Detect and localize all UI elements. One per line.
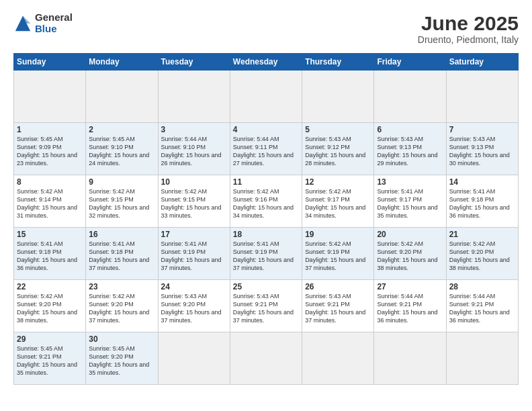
day-number: 1 [17,125,83,134]
table-row: 15Sunrise: 5:41 AMSunset: 9:18 PMDayligh… [14,228,86,280]
header: General Blue June 2025 Druento, Piedmont… [13,12,519,45]
day-info: Sunrise: 5:41 AMSunset: 9:18 PMDaylight:… [89,240,154,273]
header-monday: Monday [86,54,158,71]
table-row: 18Sunrise: 5:41 AMSunset: 9:19 PMDayligh… [230,228,302,280]
table-row: 29Sunrise: 5:45 AMSunset: 9:21 PMDayligh… [14,332,86,385]
table-row: 17Sunrise: 5:41 AMSunset: 9:19 PMDayligh… [158,228,230,280]
header-saturday: Saturday [446,54,518,71]
table-row: 4Sunrise: 5:44 AMSunset: 9:11 PMDaylight… [230,123,302,175]
table-row: 20Sunrise: 5:42 AMSunset: 9:20 PMDayligh… [374,228,446,280]
table-row: 1Sunrise: 5:45 AMSunset: 9:09 PMDaylight… [14,123,86,175]
table-row: 10Sunrise: 5:42 AMSunset: 9:15 PMDayligh… [158,175,230,228]
day-number: 27 [377,282,443,291]
header-tuesday: Tuesday [158,54,230,71]
header-wednesday: Wednesday [230,54,302,71]
calendar-week-row: 8Sunrise: 5:42 AMSunset: 9:14 PMDaylight… [14,175,519,228]
table-row: 8Sunrise: 5:42 AMSunset: 9:14 PMDaylight… [14,175,86,228]
table-row: 30Sunrise: 5:45 AMSunset: 9:20 PMDayligh… [86,332,158,385]
day-info: Sunrise: 5:42 AMSunset: 9:17 PMDaylight:… [305,187,371,220]
day-number: 11 [233,177,299,187]
table-row: 5Sunrise: 5:43 AMSunset: 9:12 PMDaylight… [302,123,374,175]
day-info: Sunrise: 5:42 AMSunset: 9:16 PMDaylight:… [233,187,299,220]
location: Druento, Piedmont, Italy [418,34,519,45]
svg-marker-1 [23,15,30,23]
logo-icon [13,14,32,33]
month-title: June 2025 [418,12,519,34]
day-number: 4 [233,125,299,134]
calendar-week-row: 22Sunrise: 5:42 AMSunset: 9:20 PMDayligh… [14,280,519,332]
table-row [302,332,374,385]
table-row: 11Sunrise: 5:42 AMSunset: 9:16 PMDayligh… [230,175,302,228]
table-row [230,71,302,123]
table-row: 21Sunrise: 5:42 AMSunset: 9:20 PMDayligh… [446,228,518,280]
day-number: 26 [305,282,371,291]
day-number: 9 [89,177,154,187]
day-info: Sunrise: 5:44 AMSunset: 9:21 PMDaylight:… [449,292,515,325]
day-number: 28 [449,282,515,291]
day-number: 3 [161,125,227,134]
table-row: 7Sunrise: 5:43 AMSunset: 9:13 PMDaylight… [446,123,518,175]
day-number: 16 [89,230,154,239]
table-row: 12Sunrise: 5:42 AMSunset: 9:17 PMDayligh… [302,175,374,228]
calendar-week-row: 1Sunrise: 5:45 AMSunset: 9:09 PMDaylight… [14,123,519,175]
header-sunday: Sunday [14,54,86,71]
table-row [374,332,446,385]
table-row [374,71,446,123]
day-info: Sunrise: 5:44 AMSunset: 9:11 PMDaylight:… [233,135,299,168]
day-info: Sunrise: 5:41 AMSunset: 9:19 PMDaylight:… [161,240,227,273]
table-row: 19Sunrise: 5:42 AMSunset: 9:19 PMDayligh… [302,228,374,280]
day-number: 10 [161,177,227,187]
table-row: 13Sunrise: 5:41 AMSunset: 9:17 PMDayligh… [374,175,446,228]
table-row [302,71,374,123]
day-number: 23 [89,282,154,291]
logo-general-label: General [35,12,73,24]
calendar-table: Sunday Monday Tuesday Wednesday Thursday… [13,53,519,385]
logo-blue-label: Blue [35,24,73,35]
table-row: 22Sunrise: 5:42 AMSunset: 9:20 PMDayligh… [14,280,86,332]
day-info: Sunrise: 5:43 AMSunset: 9:20 PMDaylight:… [161,292,227,325]
table-row: 14Sunrise: 5:41 AMSunset: 9:18 PMDayligh… [446,175,518,228]
calendar-week-row [14,71,519,123]
day-number: 12 [305,177,371,187]
calendar-week-row: 29Sunrise: 5:45 AMSunset: 9:21 PMDayligh… [14,332,519,385]
day-info: Sunrise: 5:41 AMSunset: 9:17 PMDaylight:… [377,187,443,220]
table-row: 6Sunrise: 5:43 AMSunset: 9:13 PMDaylight… [374,123,446,175]
day-number: 18 [233,230,299,239]
day-info: Sunrise: 5:43 AMSunset: 9:12 PMDaylight:… [305,135,371,168]
day-number: 14 [449,177,515,187]
day-number: 7 [449,125,515,134]
table-row: 28Sunrise: 5:44 AMSunset: 9:21 PMDayligh… [446,280,518,332]
day-info: Sunrise: 5:45 AMSunset: 9:09 PMDaylight:… [17,135,83,168]
day-info: Sunrise: 5:42 AMSunset: 9:20 PMDaylight:… [17,292,83,325]
title-block: June 2025 Druento, Piedmont, Italy [418,12,519,45]
table-row: 16Sunrise: 5:41 AMSunset: 9:18 PMDayligh… [86,228,158,280]
table-row: 26Sunrise: 5:43 AMSunset: 9:21 PMDayligh… [302,280,374,332]
table-row [14,71,86,123]
day-info: Sunrise: 5:41 AMSunset: 9:18 PMDaylight:… [17,240,83,273]
table-row: 9Sunrise: 5:42 AMSunset: 9:15 PMDaylight… [86,175,158,228]
day-number: 15 [17,230,83,239]
day-info: Sunrise: 5:41 AMSunset: 9:18 PMDaylight:… [449,187,515,220]
day-info: Sunrise: 5:44 AMSunset: 9:21 PMDaylight:… [377,292,443,325]
calendar-header-row: Sunday Monday Tuesday Wednesday Thursday… [14,54,519,71]
day-number: 24 [161,282,227,291]
calendar-week-row: 15Sunrise: 5:41 AMSunset: 9:18 PMDayligh… [14,228,519,280]
day-info: Sunrise: 5:42 AMSunset: 9:15 PMDaylight:… [161,187,227,220]
logo: General Blue [13,12,73,34]
table-row [446,71,518,123]
day-number: 20 [377,230,443,239]
table-row: 23Sunrise: 5:42 AMSunset: 9:20 PMDayligh… [86,280,158,332]
day-number: 8 [17,177,83,187]
table-row [158,71,230,123]
day-info: Sunrise: 5:42 AMSunset: 9:14 PMDaylight:… [17,187,83,220]
day-info: Sunrise: 5:45 AMSunset: 9:10 PMDaylight:… [89,135,154,168]
day-info: Sunrise: 5:42 AMSunset: 9:15 PMDaylight:… [89,187,154,220]
day-number: 29 [17,334,83,344]
day-info: Sunrise: 5:42 AMSunset: 9:20 PMDaylight:… [449,240,515,273]
header-thursday: Thursday [302,54,374,71]
table-row [158,332,230,385]
page: General Blue June 2025 Druento, Piedmont… [0,0,532,411]
day-info: Sunrise: 5:43 AMSunset: 9:13 PMDaylight:… [377,135,443,168]
table-row: 24Sunrise: 5:43 AMSunset: 9:20 PMDayligh… [158,280,230,332]
day-number: 17 [161,230,227,239]
